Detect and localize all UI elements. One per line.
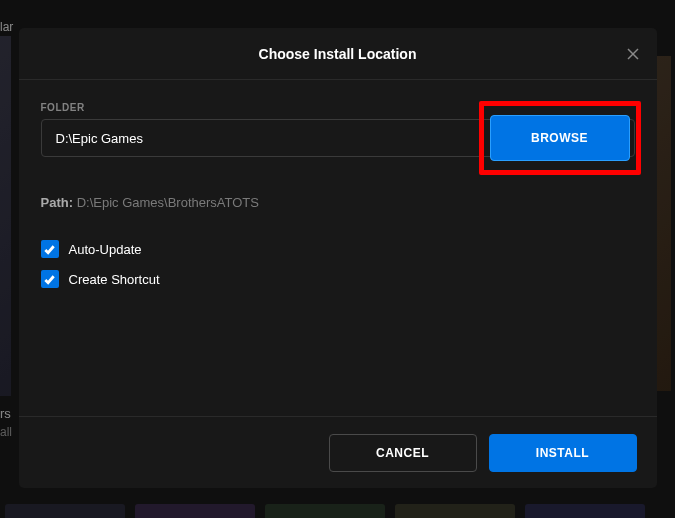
folder-row: BROWSE [41, 119, 635, 157]
path-row: Path: D:\Epic Games\BrothersATOTS [41, 195, 635, 210]
checkbox-group: Auto-Update Create Shortcut [41, 240, 635, 288]
checkbox-checked-icon [41, 270, 59, 288]
browse-button[interactable]: BROWSE [490, 115, 630, 161]
checkbox-label: Auto-Update [69, 242, 142, 257]
install-location-dialog: Choose Install Location FOLDER BROWSE Pa… [19, 28, 657, 488]
close-icon [626, 47, 640, 61]
path-value: D:\Epic Games\BrothersATOTS [77, 195, 259, 210]
dialog-header: Choose Install Location [19, 28, 657, 80]
checkbox-label: Create Shortcut [69, 272, 160, 287]
dialog-body: FOLDER BROWSE Path: D:\Epic Games\Brothe… [19, 80, 657, 416]
modal-overlay: Choose Install Location FOLDER BROWSE Pa… [0, 0, 675, 518]
install-button[interactable]: INSTALL [489, 434, 637, 472]
cancel-button[interactable]: CANCEL [329, 434, 477, 472]
checkbox-auto-update[interactable]: Auto-Update [41, 240, 635, 258]
dialog-footer: CANCEL INSTALL [19, 416, 657, 488]
close-button[interactable] [623, 44, 643, 64]
path-label: Path: [41, 195, 77, 210]
dialog-title: Choose Install Location [259, 46, 417, 62]
browse-highlight: BROWSE [479, 101, 641, 175]
checkbox-checked-icon [41, 240, 59, 258]
checkbox-create-shortcut[interactable]: Create Shortcut [41, 270, 635, 288]
